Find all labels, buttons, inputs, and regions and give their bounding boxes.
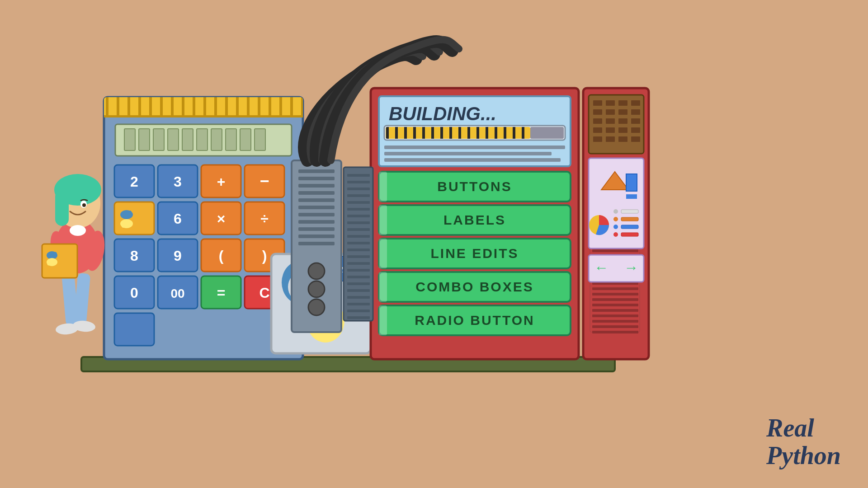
svg-rect-18 — [255, 129, 265, 150]
svg-text:BUILDING...: BUILDING... — [389, 103, 496, 124]
svg-text:→: → — [624, 259, 638, 276]
svg-rect-17 — [240, 129, 251, 150]
svg-rect-123 — [347, 282, 370, 285]
svg-rect-121 — [347, 269, 370, 272]
svg-rect-67 — [298, 184, 335, 188]
svg-point-215 — [54, 252, 57, 255]
svg-text:BUTTONS: BUTTONS — [437, 179, 512, 194]
svg-rect-108 — [347, 181, 370, 183]
svg-rect-150 — [631, 136, 640, 142]
svg-point-196 — [613, 232, 618, 237]
svg-rect-140 — [606, 118, 615, 124]
watermark-line2: Python — [766, 442, 841, 470]
svg-rect-13 — [182, 129, 193, 150]
svg-rect-111 — [347, 201, 370, 204]
svg-rect-134 — [631, 100, 640, 106]
svg-rect-65 — [298, 169, 335, 173]
svg-rect-98 — [379, 239, 387, 268]
svg-rect-137 — [618, 109, 627, 115]
svg-rect-176 — [592, 287, 638, 290]
svg-rect-90 — [384, 158, 561, 162]
svg-rect-4 — [104, 97, 303, 117]
svg-point-194 — [613, 225, 618, 229]
svg-rect-149 — [618, 136, 627, 142]
svg-rect-66 — [298, 177, 335, 180]
svg-text:6: 6 — [174, 211, 182, 227]
svg-text:←: ← — [594, 259, 609, 276]
svg-text:3: 3 — [174, 174, 182, 190]
svg-point-30 — [128, 211, 132, 214]
svg-rect-54 — [114, 313, 154, 346]
svg-rect-124 — [347, 289, 370, 292]
svg-rect-70 — [298, 206, 335, 209]
svg-rect-27 — [114, 202, 154, 235]
svg-text:LINE EDITS: LINE EDITS — [430, 246, 519, 261]
svg-point-216 — [47, 263, 51, 266]
svg-rect-122 — [347, 276, 370, 278]
svg-point-190 — [613, 209, 618, 214]
svg-rect-119 — [347, 255, 370, 258]
svg-rect-113 — [347, 215, 370, 217]
svg-rect-12 — [168, 129, 179, 150]
svg-text:×: × — [217, 211, 226, 227]
main-scene: 2 3 + − 6 × ÷ 8 9 ( ) — [0, 0, 868, 488]
svg-text:9: 9 — [174, 248, 182, 264]
svg-rect-127 — [347, 310, 370, 312]
svg-text:+: + — [217, 174, 226, 190]
svg-rect-14 — [197, 129, 208, 150]
svg-rect-117 — [347, 242, 370, 244]
illustration: 2 3 + − 6 × ÷ 8 9 ( ) — [0, 0, 868, 488]
svg-rect-145 — [618, 127, 627, 133]
svg-rect-10 — [139, 129, 150, 150]
svg-rect-143 — [593, 127, 602, 133]
svg-rect-7 — [104, 115, 303, 117]
svg-rect-138 — [631, 109, 640, 115]
svg-text:=: = — [217, 285, 226, 301]
svg-rect-191 — [621, 210, 638, 213]
svg-rect-193 — [621, 217, 638, 221]
svg-text:00: 00 — [170, 286, 184, 300]
svg-rect-107 — [347, 174, 370, 177]
svg-point-192 — [613, 217, 618, 221]
svg-rect-95 — [379, 205, 387, 235]
svg-rect-146 — [631, 127, 640, 133]
svg-rect-142 — [631, 118, 640, 124]
svg-rect-139 — [593, 118, 602, 124]
svg-text:C: C — [259, 285, 269, 301]
svg-rect-133 — [618, 100, 627, 106]
svg-rect-116 — [347, 235, 370, 238]
svg-text:LABELS: LABELS — [443, 212, 506, 227]
svg-rect-101 — [379, 272, 387, 302]
svg-point-76 — [308, 263, 325, 279]
svg-rect-110 — [347, 194, 370, 197]
svg-text:−: − — [259, 172, 269, 190]
svg-rect-128 — [347, 316, 370, 319]
svg-rect-9 — [124, 129, 135, 150]
svg-rect-144 — [606, 127, 615, 133]
svg-rect-109 — [347, 188, 370, 190]
svg-text:): ) — [262, 248, 267, 264]
svg-rect-11 — [153, 129, 164, 150]
watermark: Real Python — [766, 414, 841, 470]
svg-point-218 — [82, 203, 86, 207]
svg-text:8: 8 — [130, 248, 138, 264]
svg-text:RADIO BUTTON: RADIO BUTTON — [415, 313, 534, 328]
svg-rect-87 — [530, 127, 564, 139]
svg-rect-183 — [592, 325, 638, 328]
svg-rect-114 — [347, 221, 370, 224]
svg-rect-178 — [592, 298, 638, 301]
svg-rect-203 — [73, 273, 90, 326]
svg-rect-180 — [592, 309, 638, 312]
svg-rect-148 — [606, 136, 615, 142]
svg-rect-69 — [298, 198, 335, 202]
svg-rect-120 — [347, 262, 370, 265]
svg-text:÷: ÷ — [260, 211, 269, 227]
svg-rect-179 — [592, 304, 638, 306]
svg-rect-92 — [379, 172, 387, 202]
svg-rect-195 — [621, 225, 638, 229]
svg-rect-177 — [592, 293, 638, 296]
svg-rect-71 — [298, 213, 335, 216]
svg-rect-132 — [606, 100, 615, 106]
svg-rect-84 — [386, 127, 530, 139]
svg-rect-115 — [347, 228, 370, 231]
